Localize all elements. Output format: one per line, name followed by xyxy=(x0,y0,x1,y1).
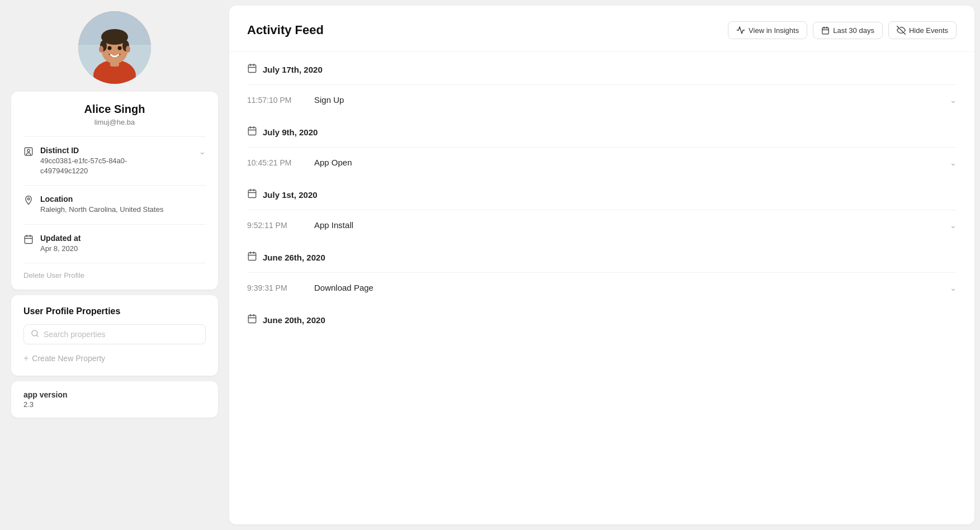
create-property-label: Create New Property xyxy=(32,354,105,363)
event-expand-icon[interactable]: ⌄ xyxy=(950,283,957,292)
event-row[interactable]: 9:52:11 PM App Install ⌄ xyxy=(247,210,957,240)
avatar xyxy=(78,11,151,84)
updated-at-label: Updated at xyxy=(40,234,206,243)
delete-profile-link[interactable]: Delete User Profile xyxy=(23,263,206,280)
date-calendar-icon xyxy=(247,126,257,138)
svg-rect-30 xyxy=(248,127,256,135)
date-calendar-icon xyxy=(247,188,257,201)
date-calendar-icon xyxy=(247,251,257,263)
svg-point-11 xyxy=(118,46,122,50)
svg-rect-21 xyxy=(822,27,828,34)
date-header: July 9th, 2020 xyxy=(247,126,957,147)
svg-point-10 xyxy=(108,46,112,50)
event-name: App Open xyxy=(314,158,950,167)
svg-rect-12 xyxy=(25,148,32,155)
properties-section: User Profile Properties + Create New Pro… xyxy=(11,295,218,376)
date-label: July 1st, 2020 xyxy=(263,190,318,200)
date-group: June 26th, 2020 9:39:31 PM Download Page… xyxy=(229,240,974,302)
location-field: Location Raleigh, North Carolina, United… xyxy=(23,185,206,224)
app-version-label: app version xyxy=(23,390,206,399)
date-header: July 1st, 2020 xyxy=(247,188,957,210)
event-name: App Install xyxy=(314,220,950,230)
event-expand-icon[interactable]: ⌄ xyxy=(950,158,957,167)
view-in-insights-button[interactable]: View in Insights xyxy=(728,21,807,39)
svg-rect-38 xyxy=(248,253,256,261)
date-calendar-icon xyxy=(247,63,257,75)
date-calendar-icon xyxy=(247,314,257,326)
date-group: June 20th, 2020 xyxy=(229,302,974,335)
updated-at-icon xyxy=(23,234,34,247)
create-property-plus-icon: + xyxy=(23,353,29,363)
hide-icon xyxy=(897,26,906,35)
event-name: Download Page xyxy=(314,283,950,292)
hide-events-label: Hide Events xyxy=(909,26,948,35)
date-label: July 9th, 2020 xyxy=(263,127,318,137)
location-value: Raleigh, North Carolina, United States xyxy=(40,205,206,215)
svg-point-14 xyxy=(27,198,30,200)
date-range-button[interactable]: Last 30 days xyxy=(813,22,883,39)
create-property-button[interactable]: + Create New Property xyxy=(23,351,105,366)
distinct-id-icon xyxy=(23,146,34,159)
left-panel: Alice Singh limuj@he.ba Distinct ID ⌄ 49… xyxy=(0,0,229,530)
properties-title: User Profile Properties xyxy=(23,306,206,316)
date-label: June 20th, 2020 xyxy=(263,315,325,325)
date-header: July 17th, 2020 xyxy=(247,63,957,84)
activity-actions: View in Insights Last 30 days xyxy=(728,21,957,39)
profile-card: Alice Singh limuj@he.ba Distinct ID ⌄ 49… xyxy=(11,92,218,290)
svg-rect-15 xyxy=(25,236,32,244)
event-time: 9:39:31 PM xyxy=(247,283,314,292)
search-box xyxy=(23,324,206,344)
distinct-id-label: Distinct ID xyxy=(40,146,79,155)
date-group: July 9th, 2020 10:45:21 PM App Open ⌄ xyxy=(229,115,974,177)
date-group: July 1st, 2020 9:52:11 PM App Install ⌄ xyxy=(229,177,974,240)
date-range-label: Last 30 days xyxy=(833,26,874,35)
svg-line-20 xyxy=(36,335,38,337)
svg-rect-34 xyxy=(248,190,256,198)
hide-events-button[interactable]: Hide Events xyxy=(888,21,957,39)
svg-rect-26 xyxy=(248,65,256,73)
svg-point-13 xyxy=(27,149,30,152)
calendar-icon xyxy=(821,26,830,35)
event-row[interactable]: 11:57:10 PM Sign Up ⌄ xyxy=(247,84,957,115)
event-row[interactable]: 9:39:31 PM Download Page ⌄ xyxy=(247,272,957,302)
updated-at-field: Updated at Apr 8, 2020 xyxy=(23,224,206,263)
date-label: June 26th, 2020 xyxy=(263,253,325,262)
event-time: 9:52:11 PM xyxy=(247,221,314,230)
activity-header: Activity Feed View in Insights Last 30 d… xyxy=(229,6,974,52)
event-time: 11:57:10 PM xyxy=(247,96,314,105)
svg-point-9 xyxy=(126,46,130,53)
date-header: June 20th, 2020 xyxy=(247,314,957,335)
event-name: Sign Up xyxy=(314,95,950,105)
date-group: July 17th, 2020 11:57:10 PM Sign Up ⌄ xyxy=(229,52,974,115)
search-properties-input[interactable] xyxy=(44,330,198,339)
right-panel: Activity Feed View in Insights Last 30 d… xyxy=(229,6,974,524)
search-icon xyxy=(31,329,39,339)
activity-feed-title: Activity Feed xyxy=(247,23,324,37)
profile-email: limuj@he.ba xyxy=(23,118,206,126)
insights-icon xyxy=(736,26,745,35)
date-label: July 17th, 2020 xyxy=(263,65,323,74)
distinct-id-field: Distinct ID ⌄ 49cc0381-e1fc-57c5-84a0-c4… xyxy=(23,136,206,185)
event-expand-icon[interactable]: ⌄ xyxy=(950,221,957,230)
distinct-id-expand[interactable]: ⌄ xyxy=(199,147,206,156)
distinct-id-value: 49cc0381-e1fc-57c5-84a0-c497949c1220 xyxy=(40,156,206,176)
location-icon xyxy=(23,195,34,207)
location-label: Location xyxy=(40,195,206,204)
activity-feed-content: July 17th, 2020 11:57:10 PM Sign Up ⌄ Ju… xyxy=(229,52,974,335)
svg-rect-42 xyxy=(248,315,256,323)
svg-point-8 xyxy=(99,46,103,53)
profile-name: Alice Singh xyxy=(23,103,206,116)
app-version-value: 2.3 xyxy=(23,400,206,409)
updated-at-value: Apr 8, 2020 xyxy=(40,244,206,254)
event-row[interactable]: 10:45:21 PM App Open ⌄ xyxy=(247,147,957,177)
event-expand-icon[interactable]: ⌄ xyxy=(950,96,957,105)
event-time: 10:45:21 PM xyxy=(247,158,314,167)
app-version-section: app version 2.3 xyxy=(11,381,218,418)
date-header: June 26th, 2020 xyxy=(247,251,957,272)
insights-label: View in Insights xyxy=(749,26,799,35)
